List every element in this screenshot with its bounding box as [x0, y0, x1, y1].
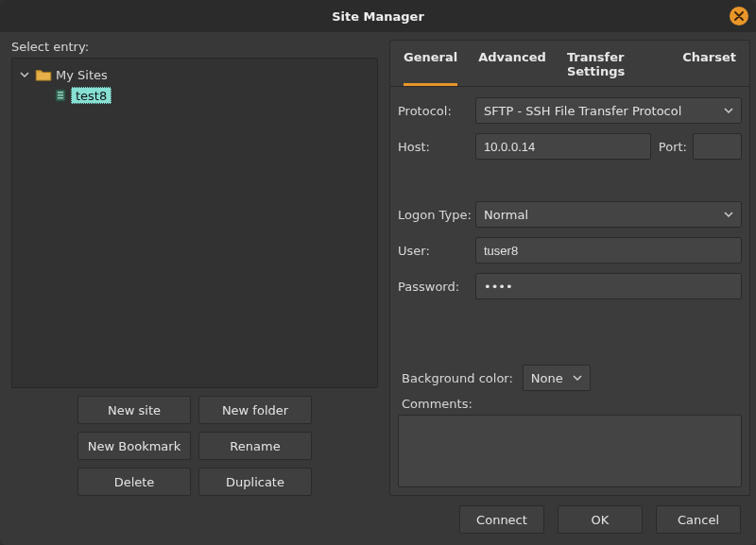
chevron-down-icon — [724, 104, 733, 118]
background-color-value: None — [531, 371, 563, 385]
protocol-label: Protocol: — [398, 104, 475, 118]
tab-general[interactable]: General — [404, 50, 457, 86]
host-input[interactable] — [475, 133, 651, 160]
tab-transfer-settings[interactable]: Transfer Settings — [567, 50, 662, 86]
logon-row: Logon Type: Normal — [398, 200, 742, 229]
host-label: Host: — [398, 140, 475, 154]
protocol-row: Protocol: SFTP - SSH File Transfer Proto… — [398, 96, 742, 125]
delete-button[interactable]: Delete — [77, 468, 191, 496]
chevron-down-icon[interactable] — [18, 70, 31, 79]
select-entry-label: Select entry: — [11, 40, 378, 54]
server-icon — [54, 89, 67, 102]
tree-site-row[interactable]: test8 — [12, 85, 377, 106]
close-button[interactable] — [730, 7, 748, 26]
user-label: User: — [398, 244, 475, 258]
svg-rect-3 — [58, 97, 63, 99]
tabs: General Advanced Transfer Settings Chars… — [398, 41, 742, 86]
host-row: Host: Port: — [398, 132, 742, 161]
user-input[interactable] — [475, 237, 742, 264]
new-bookmark-button[interactable]: New Bookmark — [77, 432, 191, 460]
protocol-select[interactable]: SFTP - SSH File Transfer Protocol — [475, 97, 742, 124]
spacer — [398, 308, 742, 355]
site-action-buttons: New site New folder New Bookmark Rename … — [11, 388, 378, 496]
site-tree[interactable]: My Sites test8 — [11, 58, 378, 388]
new-site-button[interactable]: New site — [77, 396, 191, 424]
site-manager-window: Site Manager Select entry: — [0, 0, 756, 545]
svg-rect-2 — [58, 94, 63, 96]
ok-button[interactable]: OK — [558, 505, 643, 534]
password-row: Password: •••• — [398, 272, 742, 300]
folder-icon — [35, 68, 52, 81]
background-color-select[interactable]: None — [523, 365, 591, 391]
titlebar: Site Manager — [0, 0, 756, 32]
window-title: Site Manager — [332, 9, 424, 24]
user-row: User: — [398, 236, 742, 264]
port-input[interactable] — [693, 133, 742, 160]
tab-charset[interactable]: Charset — [682, 50, 736, 86]
comments-label: Comments: — [398, 397, 742, 415]
protocol-value: SFTP - SSH File Transfer Protocol — [484, 104, 681, 118]
close-icon — [734, 9, 744, 24]
password-value: •••• — [484, 280, 513, 294]
comments-textarea[interactable] — [398, 415, 742, 487]
connect-button[interactable]: Connect — [459, 505, 544, 534]
tab-advanced[interactable]: Advanced — [478, 50, 546, 86]
cancel-button[interactable]: Cancel — [656, 505, 741, 534]
rename-button[interactable]: Rename — [198, 432, 312, 460]
port-label: Port: — [651, 140, 693, 154]
svg-rect-1 — [58, 92, 63, 94]
chevron-down-icon — [573, 371, 582, 385]
logon-type-value: Normal — [484, 208, 528, 222]
duplicate-button[interactable]: Duplicate — [198, 468, 312, 496]
right-pane: General Advanced Transfer Settings Chars… — [389, 40, 750, 496]
tree-root-row[interactable]: My Sites — [12, 64, 377, 85]
chevron-down-icon — [724, 208, 733, 222]
logon-type-select[interactable]: Normal — [475, 201, 742, 228]
logon-type-label: Logon Type: — [398, 208, 475, 222]
main-row: Select entry: My Sites — [11, 40, 745, 496]
password-input[interactable]: •••• — [475, 273, 742, 299]
bgcolor-row: Background color: None — [398, 355, 742, 397]
tree-root-label: My Sites — [56, 68, 108, 82]
footer-buttons: Connect OK Cancel — [11, 496, 745, 537]
tree-site-label[interactable]: test8 — [71, 87, 112, 104]
new-folder-button[interactable]: New folder — [198, 396, 312, 424]
tab-separator — [390, 86, 749, 87]
content-area: Select entry: My Sites — [0, 32, 756, 545]
password-label: Password: — [398, 280, 475, 294]
background-color-label: Background color: — [402, 371, 513, 385]
left-pane: Select entry: My Sites — [11, 40, 378, 496]
spacer — [398, 168, 742, 200]
